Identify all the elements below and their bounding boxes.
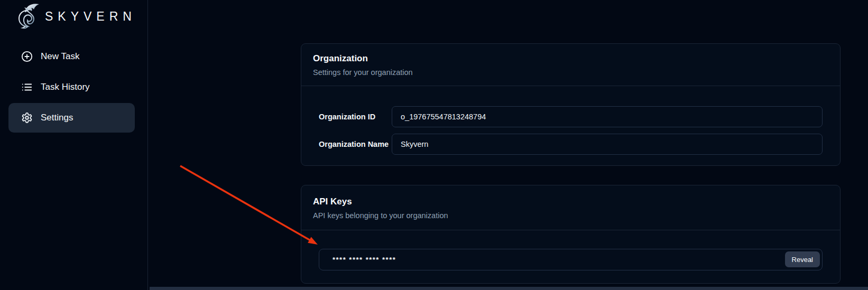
sidebar-nav: New Task Task History Settings (8, 42, 135, 133)
api-key-input[interactable] (319, 249, 823, 270)
skyvern-dragon-icon (15, 2, 40, 31)
organization-card-subtitle: Settings for your organization (313, 68, 828, 77)
api-keys-card: API Keys API keys belonging to your orga… (301, 185, 841, 284)
sidebar: SKYVERN New Task Task History (0, 0, 148, 290)
organization-name-label: Organization Name (319, 140, 383, 148)
sidebar-item-label: Task History (41, 82, 90, 92)
gear-icon (21, 112, 33, 124)
api-keys-card-header: API Keys API keys belonging to your orga… (301, 185, 840, 230)
organization-id-label: Organization ID (319, 113, 383, 121)
reveal-button[interactable]: Reveal (785, 251, 820, 267)
sidebar-item-task-history[interactable]: Task History (8, 72, 135, 102)
organization-name-row: Organization Name (319, 134, 823, 155)
brand-text: SKYVERN (45, 10, 136, 24)
api-keys-card-subtitle: API keys belonging to your organization (313, 211, 828, 220)
sidebar-item-settings[interactable]: Settings (8, 103, 135, 133)
circle-plus-icon (21, 51, 33, 62)
organization-name-input[interactable] (392, 134, 823, 155)
sidebar-item-label: New Task (41, 51, 79, 62)
organization-card: Organization Settings for your organizat… (301, 43, 841, 166)
horizontal-scrollbar[interactable] (150, 287, 868, 290)
organization-id-input[interactable] (392, 106, 823, 127)
organization-card-title: Organization (313, 53, 828, 64)
organization-id-row: Organization ID (319, 106, 823, 127)
list-icon (21, 81, 33, 93)
sidebar-item-label: Settings (41, 113, 73, 123)
sidebar-item-new-task[interactable]: New Task (8, 42, 135, 71)
api-key-row: Reveal (319, 249, 823, 270)
api-keys-card-title: API Keys (313, 197, 828, 207)
organization-card-header: Organization Settings for your organizat… (301, 44, 840, 86)
app-logo: SKYVERN (15, 1, 136, 32)
api-keys-card-body: Reveal (301, 230, 840, 270)
organization-card-body: Organization ID Organization Name (301, 86, 840, 155)
